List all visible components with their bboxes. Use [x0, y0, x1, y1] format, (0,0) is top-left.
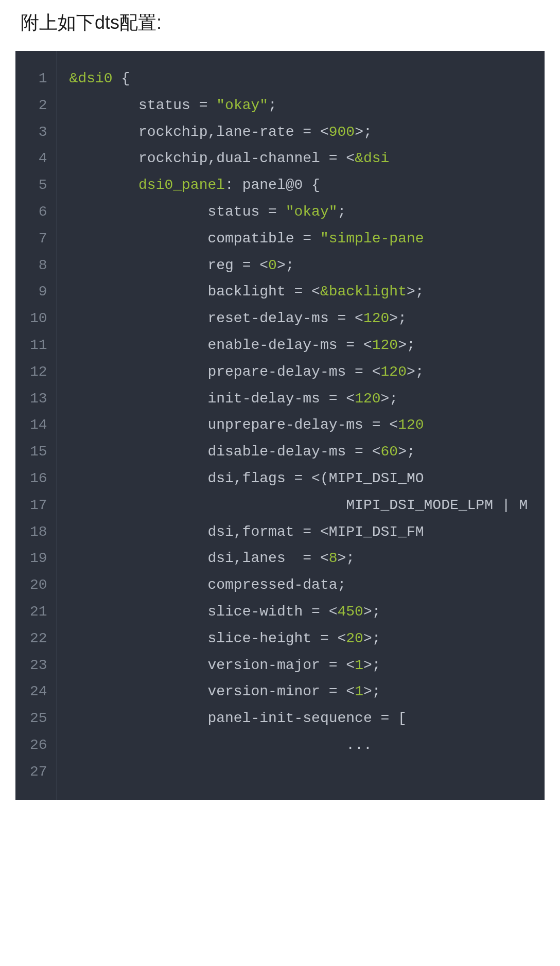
- line-number: 10: [30, 305, 47, 332]
- code-token: version-minor: [207, 683, 328, 699]
- code-token: &dsi0: [69, 71, 113, 86]
- code-line: dsi0_panel: panel@0 {: [69, 172, 528, 199]
- code-token: = <: [303, 124, 328, 140]
- code-token: rockchip,lane-rate: [138, 124, 303, 140]
- code-token: >;: [381, 391, 398, 407]
- line-number: 3: [30, 119, 47, 146]
- code-token: prepare-delay-ms: [207, 364, 355, 380]
- code-token: ;: [338, 577, 346, 593]
- code-token: = <: [294, 284, 320, 300]
- code-line: backlight = <&backlight>;: [69, 278, 528, 305]
- code-token: MIPI_DSI_MODE_LPM: [346, 497, 493, 513]
- code-token: version-major: [207, 657, 328, 673]
- code-token: = <: [346, 337, 372, 353]
- code-block: 1234567891011121314151617181920212223242…: [15, 51, 545, 800]
- code-token: =: [199, 97, 208, 113]
- code-line: dsi,flags = <(MIPI_DSI_MO: [69, 465, 528, 492]
- code-token: = <: [329, 391, 355, 407]
- code-token: |: [493, 497, 519, 513]
- code-token: 8: [329, 550, 338, 566]
- line-number: 12: [30, 359, 47, 385]
- code-token: M: [519, 497, 528, 513]
- code-line: MIPI_DSI_MODE_LPM | M: [69, 492, 528, 519]
- line-number: 19: [30, 545, 47, 572]
- code-token: ;: [268, 97, 277, 113]
- code-token: unprepare-delay-ms: [207, 417, 372, 433]
- code-token: 900: [329, 124, 355, 140]
- code-line: slice-width = <450>;: [69, 599, 528, 625]
- code-token: rockchip,dual-channel: [138, 150, 329, 166]
- code-token: = <: [242, 257, 268, 273]
- code-token: "simple-pane: [311, 231, 424, 247]
- code-token: compatible: [207, 231, 303, 247]
- code-token: 20: [346, 630, 363, 646]
- code-token: = <: [355, 364, 380, 380]
- line-number: 6: [30, 199, 47, 225]
- code-token: 120: [355, 391, 380, 407]
- code-token: = <: [329, 657, 355, 673]
- code-token: 0: [268, 257, 277, 273]
- code-token: MIPI_DSI_FM: [329, 524, 424, 540]
- code-token: init-delay-ms: [207, 391, 328, 407]
- code-token: MIPI_DSI_MO: [329, 470, 424, 486]
- code-token: 450: [338, 604, 363, 620]
- code-token: "okay": [277, 204, 338, 220]
- code-token: slice-width: [207, 604, 311, 620]
- line-number: 2: [30, 92, 47, 119]
- code-token: >;: [363, 630, 381, 646]
- code-token: dsi,flags: [207, 470, 294, 486]
- code-token: >;: [363, 604, 381, 620]
- line-number: 20: [30, 572, 47, 599]
- code-line: panel-init-sequence = [: [69, 705, 528, 732]
- code-token: 1: [355, 683, 363, 699]
- code-token: compressed-data: [207, 577, 337, 593]
- code-line: &dsi0 {: [69, 65, 528, 92]
- code-line: rockchip,lane-rate = <900>;: [69, 119, 528, 146]
- line-number: 7: [30, 225, 47, 252]
- line-number: 18: [30, 519, 47, 546]
- code-token: = <: [320, 630, 346, 646]
- line-number: 21: [30, 599, 47, 625]
- code-token: = [: [381, 710, 407, 726]
- code-token: >;: [338, 550, 355, 566]
- code-token: >;: [407, 364, 424, 380]
- line-number: 15: [30, 438, 47, 465]
- code-line: ...: [69, 732, 528, 759]
- line-number: 1: [30, 65, 47, 92]
- code-line: rockchip,dual-channel = <&dsi: [69, 145, 528, 172]
- code-line: unprepare-delay-ms = <120: [69, 412, 528, 438]
- code-token: reg: [207, 257, 242, 273]
- code-line: reset-delay-ms = <120>;: [69, 305, 528, 332]
- code-token: 1: [355, 657, 363, 673]
- code-token: ;: [338, 204, 346, 220]
- code-token: >;: [389, 310, 407, 326]
- code-token: status: [207, 204, 268, 220]
- code-line: dsi,lanes = <8>;: [69, 545, 528, 572]
- line-number-gutter: 1234567891011121314151617181920212223242…: [15, 51, 57, 800]
- line-number: 14: [30, 412, 47, 438]
- code-token: dsi,format: [207, 524, 303, 540]
- line-number: 26: [30, 732, 47, 759]
- code-token: reset-delay-ms: [207, 310, 337, 326]
- code-line: compatible = "simple-pane: [69, 225, 528, 252]
- code-token: {: [303, 177, 320, 193]
- code-token: backlight: [207, 284, 294, 300]
- code-token: = <: [311, 604, 337, 620]
- code-token: =: [303, 231, 311, 247]
- code-token: dsi,lanes: [207, 550, 303, 566]
- code-token: = <: [355, 444, 380, 460]
- code-token: ...: [346, 737, 372, 753]
- code-token: "okay": [207, 97, 268, 113]
- code-line: version-minor = <1>;: [69, 678, 528, 705]
- code-token: >;: [363, 657, 381, 673]
- code-token: :: [225, 177, 242, 193]
- code-token: dsi0_panel: [138, 177, 225, 193]
- code-content[interactable]: &dsi0 { status = "okay"; rockchip,lane-r…: [57, 51, 528, 800]
- line-number: 25: [30, 705, 47, 732]
- code-line: reg = <0>;: [69, 252, 528, 279]
- code-line: enable-delay-ms = <120>;: [69, 332, 528, 359]
- code-token: status: [138, 97, 199, 113]
- code-token: &dsi: [355, 150, 389, 166]
- code-token: = <: [303, 524, 328, 540]
- code-token: panel@0: [242, 177, 303, 193]
